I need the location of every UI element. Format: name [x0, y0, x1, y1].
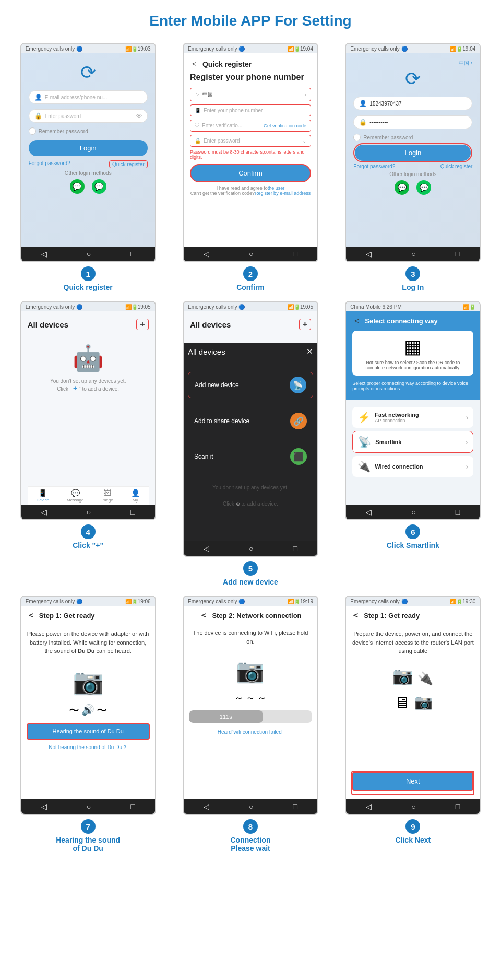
home-btn-2[interactable]: ○	[249, 250, 253, 258]
menu-btn-9[interactable]: □	[456, 802, 460, 811]
back-icon-6[interactable]: ＜	[352, 316, 361, 326]
lock-icon-1: 🔒	[34, 112, 42, 120]
phone-body-6: ＜ Select connecting way ▦ Not sure how t…	[346, 311, 480, 505]
password-input-1[interactable]: 🔒 Enter password 👁	[29, 109, 148, 123]
close-icon-5[interactable]: ✕	[306, 347, 313, 356]
qr-icon-6: ▦	[357, 336, 468, 358]
menu-btn-3[interactable]: □	[456, 250, 460, 258]
reg-links: I have read and agree tothe user	[190, 185, 311, 191]
sel-options-6: ⚡ Fast networking AP connection › 📡	[346, 400, 480, 505]
home-btn-5[interactable]: ○	[249, 544, 253, 553]
back-btn-4[interactable]: ◁	[41, 508, 47, 516]
china-link-3[interactable]: 中国 ›	[353, 59, 472, 68]
hear-btn-7[interactable]: Hearing the sound of Du Du	[27, 723, 150, 740]
cant-get-links: Can't get the verification code?Register…	[190, 191, 311, 196]
statusbar-9: Emergency calls only 🔵 📶🔋19:30	[346, 597, 480, 606]
wifi-fail-link-8[interactable]: Heard"wifi connection failed"	[218, 729, 284, 735]
alldev-header-4: All devices +	[28, 316, 149, 334]
login-button-3[interactable]: Login	[355, 145, 471, 161]
back-btn-8[interactable]: ◁	[204, 802, 209, 811]
verify-input[interactable]: 🛡 Enter verificatio... Get verification …	[190, 120, 311, 132]
next-button-9[interactable]: Next	[352, 772, 473, 791]
wechat-icon-3[interactable]: 💬	[395, 180, 409, 195]
tab-image-4[interactable]: 🖼 Image	[101, 489, 113, 503]
menu-btn-1[interactable]: □	[130, 250, 135, 258]
back-btn-6[interactable]: ◁	[366, 508, 372, 516]
register-email-link[interactable]: Register by e-mail address	[255, 191, 311, 196]
behind-overlay-5: All devices +	[184, 311, 317, 343]
add-device-btn-4[interactable]: +	[136, 319, 148, 330]
back-icon-8[interactable]: ＜	[199, 610, 208, 621]
back-icon-2[interactable]: ＜	[190, 59, 198, 69]
step-name-3: Log In	[402, 283, 424, 291]
tab-device-4[interactable]: 📱 Device	[37, 489, 49, 503]
wechat-icon-1[interactable]: 💬	[70, 179, 85, 194]
back-icon-9[interactable]: ＜	[351, 610, 360, 621]
cell-screen1: Emergency calls only 🔵 📶🔋19:03 ⟳ 👤 E-mai…	[9, 43, 166, 291]
home-btn-6[interactable]: ○	[411, 508, 415, 516]
back-btn-2[interactable]: ◁	[204, 250, 209, 258]
tab-my-4[interactable]: 👤 My	[131, 489, 140, 503]
smartlink-icon-6: 📡	[358, 436, 371, 448]
back-btn-1[interactable]: ◁	[41, 250, 47, 258]
home-btn-8[interactable]: ○	[249, 802, 253, 811]
pass-input[interactable]: 🔒 Enter password ⌄	[190, 135, 311, 147]
menu-btn-7[interactable]: □	[130, 802, 135, 811]
progress-inner-8: 111s	[189, 710, 263, 723]
home-btn-3[interactable]: ○	[411, 250, 415, 258]
remember-toggle-1[interactable]	[29, 127, 36, 135]
menu-btn-5[interactable]: □	[293, 544, 297, 553]
remember-toggle-3[interactable]	[353, 134, 361, 141]
navbar-4: ◁ ○ □	[21, 505, 155, 519]
home-btn-1[interactable]: ○	[87, 250, 91, 258]
dark-hint-5: Click ⊕ to add a device.	[188, 501, 313, 507]
wired-option-6[interactable]: 🔌 Wired connection ›	[352, 456, 473, 477]
add-btn-5[interactable]: +	[299, 319, 311, 330]
signal-waves-8: ～～～	[234, 692, 267, 704]
quick-reg-link-3[interactable]: Quick register	[440, 164, 473, 169]
fast-network-option-6[interactable]: ⚡ Fast networking AP connection ›	[352, 407, 473, 428]
back-btn-9[interactable]: ◁	[366, 802, 372, 811]
add-new-device-item-5[interactable]: Add new device 📡	[188, 372, 313, 398]
quick-reg-link-1[interactable]: Quick register	[109, 160, 148, 168]
home-btn-9[interactable]: ○	[411, 802, 415, 811]
lock-icon-2: 🔒	[195, 138, 201, 144]
back-btn-7[interactable]: ◁	[41, 802, 47, 811]
menu-btn-2[interactable]: □	[293, 250, 297, 258]
scan-icon-5: ⬛	[290, 448, 307, 465]
password-input-3[interactable]: 🔒 ••••••••••	[353, 115, 472, 129]
step-name-6: Click Smartlink	[387, 541, 439, 550]
not-hear-link-7[interactable]: Not hearing the sound of Du Du？	[27, 744, 150, 751]
home-btn-7[interactable]: ○	[87, 802, 91, 811]
email-input-1[interactable]: 👤 E-mail address/phone nu...	[29, 90, 148, 104]
phone-input[interactable]: 📱 Enter your phone number	[190, 104, 311, 116]
scan-item-5[interactable]: Scan it ⬛	[188, 444, 313, 469]
user-agreement-link[interactable]: the user	[268, 185, 285, 191]
add-share-label-5: Add to share device	[194, 417, 249, 425]
smartlink-chevron-6: ›	[466, 438, 468, 446]
menu-btn-6[interactable]: □	[456, 508, 460, 516]
home-btn-4[interactable]: ○	[87, 508, 91, 516]
menu-btn-4[interactable]: □	[130, 508, 135, 516]
forgot-link-3[interactable]: Forgot password?	[353, 164, 395, 169]
step-label-6: 6 Click Smartlink	[387, 524, 439, 550]
fast-sub-6: AP connection	[375, 418, 419, 423]
power-img-9: 🔌	[418, 671, 433, 686]
menu-btn-8[interactable]: □	[293, 802, 297, 811]
forgot-link-1[interactable]: Forgot password?	[29, 160, 70, 168]
back-icon-7[interactable]: ＜	[27, 610, 35, 621]
confirm-button[interactable]: Confirm	[190, 164, 311, 182]
phone-input-3[interactable]: 👤 15243970437	[353, 97, 472, 110]
add-share-item-5[interactable]: Add to share device 🔗	[188, 409, 313, 434]
flag-icon: 🏳	[195, 92, 200, 98]
back-btn-3[interactable]: ◁	[366, 250, 372, 258]
tab-message-4[interactable]: 💬 Message	[67, 489, 84, 503]
get-verify-link[interactable]: Get verification code	[264, 123, 306, 129]
login-button-1[interactable]: Login	[29, 140, 148, 156]
back-btn-5[interactable]: ◁	[204, 544, 209, 553]
line-icon-3[interactable]: 💬	[416, 180, 431, 195]
sel-header-row-6: ＜ Select connecting way	[352, 316, 473, 326]
line-icon-1[interactable]: 💬	[92, 179, 106, 194]
country-input[interactable]: 🏳 中国 ›	[190, 88, 311, 101]
smartlink-option-6[interactable]: 📡 Smartlink ›	[352, 431, 473, 453]
